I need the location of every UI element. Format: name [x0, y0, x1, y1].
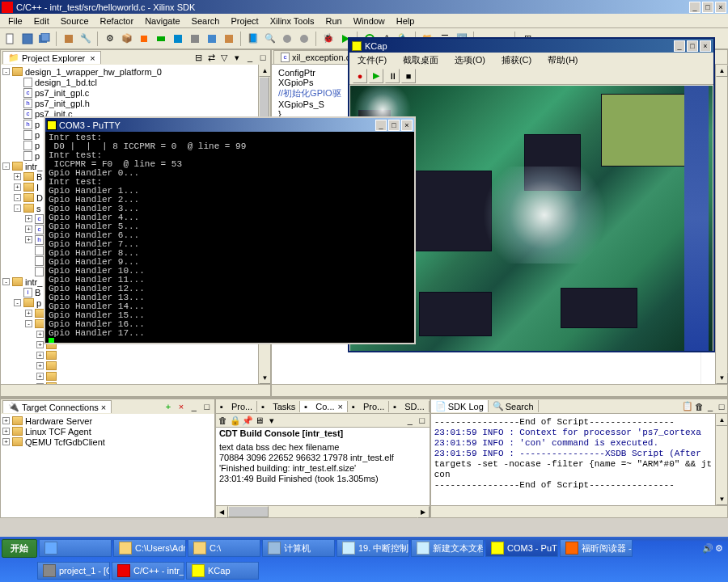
tray-icon[interactable]: ⚙	[715, 543, 723, 554]
kcap-menu-options[interactable]: 选项(O)	[450, 53, 490, 67]
tree-toggle-icon[interactable]: +	[36, 331, 44, 338]
tree-toggle-icon[interactable]: +	[2, 417, 10, 424]
kcap-minimize-button[interactable]: _	[674, 40, 685, 52]
bottom-tab-tasks[interactable]: ▪Tasks	[257, 401, 300, 412]
taskbar-item[interactable]: 福昕阅读器 - ...	[560, 539, 633, 557]
tree-toggle-icon[interactable]: +	[14, 173, 21, 180]
close-button[interactable]: ×	[715, 2, 726, 13]
bottom-tab-properties[interactable]: ▪Pro...	[348, 401, 389, 412]
menu-window[interactable]: Window	[349, 15, 390, 27]
kcap-play-button[interactable]: ▶	[369, 69, 383, 83]
menu-help[interactable]: Help	[392, 15, 420, 27]
debug-icon[interactable]: 🐞	[321, 32, 336, 46]
project-explorer-hscroll[interactable]	[1, 384, 270, 396]
book-icon[interactable]: 📘	[246, 32, 260, 46]
console-content[interactable]: text data bss dec hex filename 70884 309…	[216, 439, 430, 487]
kcap-maximize-button[interactable]: □	[687, 40, 698, 52]
putty-terminal[interactable]: Intr test: D0 | | | 8 ICCPMR = 0 @ line …	[45, 132, 414, 343]
console-display-icon[interactable]: 🖥	[254, 415, 265, 426]
taskbar-item[interactable]: C/C++ - intr_tes...	[112, 562, 184, 580]
tree-toggle-icon[interactable]: +	[25, 226, 32, 233]
sdk-log-content[interactable]: ----------------End of Script-----------…	[431, 414, 715, 505]
tree-toggle-icon[interactable]: +	[2, 428, 10, 435]
close-tab-icon[interactable]: ×	[101, 403, 106, 412]
console-hscroll[interactable]: ◀ ▶	[216, 505, 430, 517]
save-icon[interactable]	[20, 32, 35, 46]
tree-toggle-icon[interactable]: +	[36, 362, 44, 369]
editor-scroll-down-icon[interactable]: ▼	[716, 372, 728, 384]
minimize-panel-icon[interactable]: _	[188, 401, 200, 412]
tree-node[interactable]: cps7_init_gpl.c	[2, 87, 256, 98]
target-item[interactable]: +QEMU TcfGdbClient	[2, 436, 213, 447]
kcap-menu-capture[interactable]: 捕获(C)	[497, 53, 536, 67]
taskbar-item[interactable]: 新建文本文档 ...	[411, 539, 484, 557]
putty-close-button[interactable]: ×	[401, 120, 413, 131]
device-icon[interactable]	[171, 32, 185, 46]
close-tab-icon[interactable]: ×	[90, 53, 95, 63]
target-item[interactable]: +Hardware Server	[2, 415, 213, 426]
tree-toggle-icon[interactable]: +	[36, 373, 44, 380]
menu-edit[interactable]: Edit	[29, 15, 54, 27]
menu-refactor[interactable]: Refactor	[95, 15, 139, 27]
taskbar-item[interactable]: 19. 中断控制...	[336, 539, 409, 557]
tree-node[interactable]: -design_1_wrapper_hw_platform_0	[2, 66, 256, 77]
kcap-menu-capture-desktop[interactable]: 截取桌面	[398, 53, 443, 67]
editor-scrollbar[interactable]: ▲ ▼	[715, 65, 727, 384]
kcap-stop-button[interactable]: ■	[401, 69, 416, 83]
sdk-log-tab[interactable]: 📄 SDK Log	[431, 400, 489, 412]
gear-icon[interactable]: ⚙	[103, 32, 117, 46]
kcap-menu-help[interactable]: 帮助(H)	[543, 53, 582, 67]
target-connections-tree[interactable]: +Hardware Server+Linux TCF Agent+QEMU Tc…	[1, 414, 214, 517]
putty-window[interactable]: COM3 - PuTTY _ □ × Intr test: D0 | | | 8…	[44, 116, 416, 344]
console-scroll-right-icon[interactable]: ▶	[417, 506, 430, 518]
taskbar-item[interactable]: C:\Users\Admi...	[113, 539, 186, 557]
tree-node[interactable]: design_1_bd.tcl	[2, 77, 256, 87]
target-connections-tab[interactable]: 🔌 Target Connections ×	[2, 400, 112, 413]
link-editor-icon[interactable]: ⇄	[205, 52, 217, 63]
scroll-down-icon[interactable]: ▼	[716, 493, 727, 505]
tree-toggle-icon[interactable]: +	[25, 236, 32, 243]
tree-toggle-icon[interactable]: +	[14, 183, 21, 191]
build-icon[interactable]	[61, 32, 76, 46]
putty-maximize-button[interactable]: □	[388, 120, 400, 131]
start-button[interactable]: 开始	[2, 539, 37, 558]
bottom-tab-console[interactable]: ▪Co...×	[300, 401, 348, 412]
console-clear-icon[interactable]: 🗑	[218, 415, 229, 426]
menu-project[interactable]: Project	[226, 15, 263, 27]
editor-scroll-up-icon[interactable]: ▲	[716, 65, 728, 77]
tree-toggle-icon[interactable]: -	[14, 299, 21, 306]
menu-source[interactable]: Source	[56, 15, 94, 27]
bottom-tab-terminal[interactable]: ▪SD...	[389, 401, 429, 412]
kcap-menu-file[interactable]: 文件(F)	[353, 53, 392, 67]
tree-toggle-icon[interactable]: +	[2, 438, 10, 445]
save-all-icon[interactable]	[37, 32, 52, 46]
tree-toggle-icon[interactable]: -	[2, 278, 10, 285]
tree-toggle-icon[interactable]: -	[14, 194, 21, 201]
tree-toggle-icon[interactable]: -	[2, 162, 10, 170]
remove-target-icon[interactable]: ×	[176, 401, 187, 412]
tree-node[interactable]: hps7_init_gpl.h	[2, 98, 256, 108]
tree-toggle-icon[interactable]: +	[36, 352, 44, 359]
kcap-close-button[interactable]: ×	[700, 40, 711, 52]
bottom-tab-problems[interactable]: ▪Pro...	[216, 401, 257, 412]
tool1-icon[interactable]	[188, 32, 202, 46]
taskbar-item[interactable]	[39, 539, 112, 557]
minimize-console-icon[interactable]: _	[404, 415, 416, 426]
putty-minimize-button[interactable]: _	[375, 120, 387, 131]
maximize-panel-icon[interactable]: □	[257, 52, 269, 63]
tree-toggle-icon[interactable]: -	[14, 205, 21, 212]
scroll-up-icon[interactable]: ▲	[716, 414, 727, 426]
menu-file[interactable]: File	[3, 15, 28, 27]
scroll-down-icon[interactable]: ▼	[259, 372, 270, 384]
tree-toggle-icon[interactable]: +	[36, 341, 44, 348]
tray-icon[interactable]: 🔊	[702, 543, 713, 554]
tool3-icon[interactable]	[222, 32, 236, 46]
sdk-log-tool1-icon[interactable]: 📋	[682, 401, 693, 412]
wrench-icon[interactable]: 🔧	[78, 32, 93, 46]
tree-toggle-icon[interactable]: -	[2, 68, 10, 75]
console-scroll-left-icon[interactable]: ◀	[216, 506, 228, 518]
menu-xilinx-tools[interactable]: Xilinx Tools	[265, 15, 320, 27]
target-item[interactable]: +Linux TCF Agent	[2, 426, 213, 436]
menu-run[interactable]: Run	[321, 15, 347, 27]
collapse-all-icon[interactable]: ⊟	[193, 52, 204, 63]
